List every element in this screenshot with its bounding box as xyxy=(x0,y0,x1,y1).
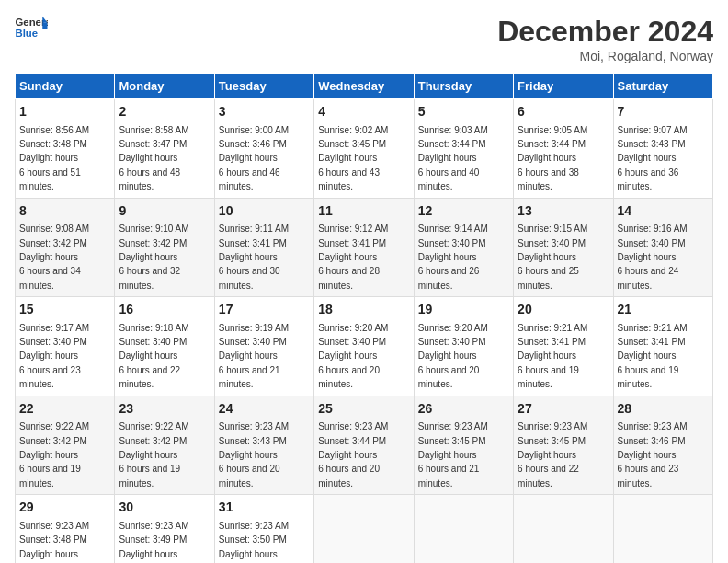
calendar-week-2: 8Sunrise: 9:08 AMSunset: 3:42 PMDaylight… xyxy=(16,198,713,297)
calendar-cell: 2Sunrise: 8:58 AMSunset: 3:47 PMDaylight… xyxy=(115,99,214,199)
weekday-header-sunday: Sunday xyxy=(16,74,115,99)
day-info: Sunrise: 9:23 AMSunset: 3:50 PMDaylight … xyxy=(219,521,289,563)
day-number: 1 xyxy=(19,103,110,121)
logo-icon: General Blue xyxy=(15,15,48,40)
day-number: 16 xyxy=(119,301,210,319)
calendar-week-4: 22Sunrise: 9:22 AMSunset: 3:42 PMDayligh… xyxy=(16,396,713,495)
weekday-header-thursday: Thursday xyxy=(414,74,513,99)
day-number: 6 xyxy=(518,103,609,121)
calendar-cell: 12Sunrise: 9:14 AMSunset: 3:40 PMDayligh… xyxy=(414,198,513,297)
day-number: 14 xyxy=(618,202,709,221)
calendar-cell: 9Sunrise: 9:10 AMSunset: 3:42 PMDaylight… xyxy=(115,198,214,297)
day-info: Sunrise: 9:23 AMSunset: 3:49 PMDaylight … xyxy=(119,521,188,563)
day-number: 3 xyxy=(219,103,310,121)
calendar-cell xyxy=(314,495,414,563)
day-info: Sunrise: 9:23 AMSunset: 3:43 PMDaylight … xyxy=(219,421,289,488)
calendar-cell: 4Sunrise: 9:02 AMSunset: 3:45 PMDaylight… xyxy=(314,99,414,199)
page-header: General Blue December 2024 Moi, Rogaland… xyxy=(15,15,713,63)
day-number: 20 xyxy=(518,301,609,319)
day-info: Sunrise: 9:16 AMSunset: 3:40 PMDaylight … xyxy=(618,224,688,291)
day-info: Sunrise: 9:23 AMSunset: 3:45 PMDaylight … xyxy=(518,421,587,488)
day-info: Sunrise: 9:15 AMSunset: 3:40 PMDaylight … xyxy=(518,224,587,291)
day-number: 11 xyxy=(318,202,409,221)
calendar-cell: 1Sunrise: 8:56 AMSunset: 3:48 PMDaylight… xyxy=(16,99,115,199)
weekday-header-tuesday: Tuesday xyxy=(214,74,313,99)
day-number: 21 xyxy=(618,301,709,319)
calendar-cell: 28Sunrise: 9:23 AMSunset: 3:46 PMDayligh… xyxy=(613,396,712,495)
calendar-cell: 17Sunrise: 9:19 AMSunset: 3:40 PMDayligh… xyxy=(214,297,313,396)
page-title: December 2024 xyxy=(497,15,713,49)
day-info: Sunrise: 9:20 AMSunset: 3:40 PMDaylight … xyxy=(318,323,388,390)
day-number: 24 xyxy=(219,400,310,419)
calendar-cell: 6Sunrise: 9:05 AMSunset: 3:44 PMDaylight… xyxy=(514,99,613,199)
day-info: Sunrise: 9:14 AMSunset: 3:40 PMDaylight … xyxy=(418,224,488,291)
calendar-cell xyxy=(514,495,613,563)
calendar-cell: 7Sunrise: 9:07 AMSunset: 3:43 PMDaylight… xyxy=(613,99,712,199)
day-number: 30 xyxy=(119,499,210,517)
calendar-cell: 25Sunrise: 9:23 AMSunset: 3:44 PMDayligh… xyxy=(314,396,414,495)
day-number: 22 xyxy=(19,400,110,419)
weekday-header-row: SundayMondayTuesdayWednesdayThursdayFrid… xyxy=(16,74,713,99)
day-info: Sunrise: 9:22 AMSunset: 3:42 PMDaylight … xyxy=(19,421,89,488)
day-info: Sunrise: 9:12 AMSunset: 3:41 PMDaylight … xyxy=(318,224,388,291)
calendar-cell: 29Sunrise: 9:23 AMSunset: 3:48 PMDayligh… xyxy=(16,495,115,563)
calendar-cell: 8Sunrise: 9:08 AMSunset: 3:42 PMDaylight… xyxy=(16,198,115,297)
calendar-week-1: 1Sunrise: 8:56 AMSunset: 3:48 PMDaylight… xyxy=(16,99,713,199)
day-info: Sunrise: 9:05 AMSunset: 3:44 PMDaylight … xyxy=(518,125,587,192)
weekday-header-monday: Monday xyxy=(115,74,214,99)
day-info: Sunrise: 9:18 AMSunset: 3:40 PMDaylight … xyxy=(119,323,188,390)
calendar-cell: 14Sunrise: 9:16 AMSunset: 3:40 PMDayligh… xyxy=(613,198,712,297)
day-number: 28 xyxy=(618,400,709,419)
day-info: Sunrise: 9:03 AMSunset: 3:44 PMDaylight … xyxy=(418,125,488,192)
calendar-cell xyxy=(613,495,712,563)
day-info: Sunrise: 9:23 AMSunset: 3:46 PMDaylight … xyxy=(618,421,688,488)
day-info: Sunrise: 9:08 AMSunset: 3:42 PMDaylight … xyxy=(19,224,89,291)
calendar-cell: 24Sunrise: 9:23 AMSunset: 3:43 PMDayligh… xyxy=(214,396,313,495)
page-subtitle: Moi, Rogaland, Norway xyxy=(497,49,713,63)
calendar-cell: 3Sunrise: 9:00 AMSunset: 3:46 PMDaylight… xyxy=(214,99,313,199)
calendar-cell xyxy=(414,495,513,563)
day-number: 15 xyxy=(19,301,110,319)
day-number: 18 xyxy=(318,301,409,319)
calendar-week-5: 29Sunrise: 9:23 AMSunset: 3:48 PMDayligh… xyxy=(16,495,713,563)
day-info: Sunrise: 9:23 AMSunset: 3:44 PMDaylight … xyxy=(318,421,388,488)
calendar-cell: 26Sunrise: 9:23 AMSunset: 3:45 PMDayligh… xyxy=(414,396,513,495)
calendar-cell: 5Sunrise: 9:03 AMSunset: 3:44 PMDaylight… xyxy=(414,99,513,199)
day-number: 27 xyxy=(518,400,609,419)
calendar-cell: 31Sunrise: 9:23 AMSunset: 3:50 PMDayligh… xyxy=(214,495,313,563)
day-info: Sunrise: 9:07 AMSunset: 3:43 PMDaylight … xyxy=(618,125,688,192)
weekday-header-friday: Friday xyxy=(514,74,613,99)
calendar-cell: 20Sunrise: 9:21 AMSunset: 3:41 PMDayligh… xyxy=(514,297,613,396)
day-number: 4 xyxy=(318,103,409,121)
svg-text:Blue: Blue xyxy=(16,28,39,39)
calendar-cell: 19Sunrise: 9:20 AMSunset: 3:40 PMDayligh… xyxy=(414,297,513,396)
day-number: 17 xyxy=(219,301,310,319)
calendar-cell: 10Sunrise: 9:11 AMSunset: 3:41 PMDayligh… xyxy=(214,198,313,297)
calendar-cell: 18Sunrise: 9:20 AMSunset: 3:40 PMDayligh… xyxy=(314,297,414,396)
day-number: 19 xyxy=(418,301,509,319)
day-number: 25 xyxy=(318,400,409,419)
day-number: 12 xyxy=(418,202,509,221)
day-info: Sunrise: 9:21 AMSunset: 3:41 PMDaylight … xyxy=(518,323,587,390)
calendar-cell: 13Sunrise: 9:15 AMSunset: 3:40 PMDayligh… xyxy=(514,198,613,297)
calendar-cell: 16Sunrise: 9:18 AMSunset: 3:40 PMDayligh… xyxy=(115,297,214,396)
day-info: Sunrise: 9:23 AMSunset: 3:48 PMDaylight … xyxy=(19,521,89,563)
day-number: 9 xyxy=(119,202,210,221)
svg-marker-3 xyxy=(42,23,47,29)
day-info: Sunrise: 8:56 AMSunset: 3:48 PMDaylight … xyxy=(19,125,89,192)
day-info: Sunrise: 9:11 AMSunset: 3:41 PMDaylight … xyxy=(219,224,289,291)
calendar-cell: 11Sunrise: 9:12 AMSunset: 3:41 PMDayligh… xyxy=(314,198,414,297)
day-info: Sunrise: 9:17 AMSunset: 3:40 PMDaylight … xyxy=(19,323,89,390)
day-info: Sunrise: 9:19 AMSunset: 3:40 PMDaylight … xyxy=(219,323,289,390)
day-info: Sunrise: 8:58 AMSunset: 3:47 PMDaylight … xyxy=(119,125,188,192)
calendar-cell: 27Sunrise: 9:23 AMSunset: 3:45 PMDayligh… xyxy=(514,396,613,495)
day-info: Sunrise: 9:22 AMSunset: 3:42 PMDaylight … xyxy=(119,421,188,488)
day-number: 8 xyxy=(19,202,110,221)
logo: General Blue xyxy=(15,15,48,40)
calendar-cell: 21Sunrise: 9:21 AMSunset: 3:41 PMDayligh… xyxy=(613,297,712,396)
day-number: 23 xyxy=(119,400,210,419)
day-info: Sunrise: 9:02 AMSunset: 3:45 PMDaylight … xyxy=(318,125,388,192)
weekday-header-wednesday: Wednesday xyxy=(314,74,414,99)
calendar-week-3: 15Sunrise: 9:17 AMSunset: 3:40 PMDayligh… xyxy=(16,297,713,396)
day-info: Sunrise: 9:00 AMSunset: 3:46 PMDaylight … xyxy=(219,125,289,192)
